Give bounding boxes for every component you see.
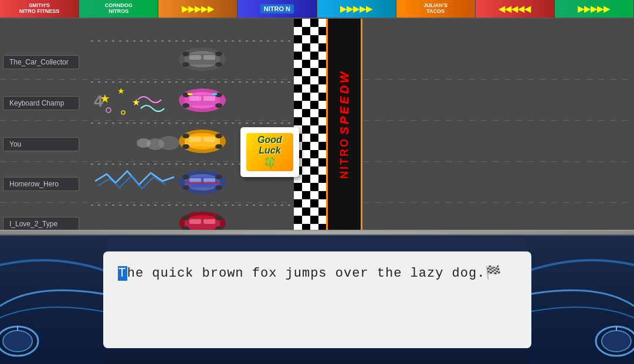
player-labels: The_Car_Collector Keyboard Champ You Hom… bbox=[0, 19, 91, 230]
svg-point-14 bbox=[121, 111, 125, 114]
cursor-char: T bbox=[118, 266, 127, 281]
side-deco-right bbox=[528, 236, 634, 364]
svg-point-61 bbox=[602, 331, 631, 352]
banner-seg1: SMITH'SNITRO FITNESS bbox=[0, 0, 79, 18]
svg-point-45 bbox=[182, 185, 189, 190]
speedway-sign: SPEEDW NITRO bbox=[326, 19, 362, 230]
player-label-2: Keyboard Champ bbox=[3, 96, 79, 110]
svg-point-46 bbox=[215, 185, 222, 190]
top-banner: SMITH'SNITRO FITNESS CORNDOGNITROS ▶▶▶▶▶… bbox=[0, 0, 634, 19]
track-dots-1 bbox=[91, 40, 326, 42]
svg-point-54 bbox=[215, 216, 222, 220]
banner-seg5: ▶▶▶▶▶ bbox=[317, 0, 396, 18]
banner-seg6: JULIAN'STACOS bbox=[396, 0, 476, 18]
banner-seg7: ◀◀◀◀◀ bbox=[476, 0, 555, 18]
svg-rect-3 bbox=[189, 55, 201, 60]
svg-point-37 bbox=[215, 144, 222, 149]
good-luck-popup: Good Luck 🍀 bbox=[240, 127, 299, 177]
player-label-4: Homerow_Hero bbox=[3, 177, 79, 191]
banner-seg4: NITRO N bbox=[238, 0, 317, 18]
finish-flag: 🏁 bbox=[485, 266, 501, 281]
typing-section: The quick brown fox jumps over the lazy … bbox=[0, 236, 634, 364]
svg-point-35 bbox=[215, 134, 222, 138]
lightning-effect bbox=[95, 168, 177, 197]
svg-rect-32 bbox=[189, 137, 201, 142]
banner-seg3: ▶▶▶▶▶ bbox=[158, 0, 238, 18]
player-label-5: I_Love_2_Type bbox=[3, 217, 79, 230]
smoke-effect bbox=[135, 131, 182, 157]
good-luck-image: Good Luck 🍀 bbox=[246, 133, 293, 171]
svg-rect-33 bbox=[204, 137, 215, 142]
car-2 bbox=[173, 84, 232, 117]
player-label-3: You bbox=[3, 137, 79, 151]
svg-point-8 bbox=[215, 62, 222, 67]
banner-seg8: ▶▶▶▶▶ bbox=[555, 0, 634, 18]
track-dots-5 bbox=[91, 204, 326, 206]
svg-point-7 bbox=[182, 62, 189, 67]
svg-point-44 bbox=[215, 175, 222, 179]
sparkle-effect: ★ ★ ★ bbox=[91, 82, 173, 123]
svg-rect-19 bbox=[204, 96, 215, 101]
checkered-flag bbox=[294, 19, 326, 230]
nitro-text: NITRO bbox=[338, 137, 351, 179]
racing-area: The_Car_Collector Keyboard Champ You Hom… bbox=[0, 19, 634, 230]
svg-point-6 bbox=[215, 52, 222, 56]
svg-point-5 bbox=[182, 52, 189, 56]
svg-point-28 bbox=[158, 136, 179, 150]
svg-point-58 bbox=[3, 331, 32, 352]
number-4: 4 bbox=[94, 92, 103, 111]
svg-point-23 bbox=[215, 103, 222, 108]
svg-rect-18 bbox=[189, 96, 201, 101]
svg-point-36 bbox=[182, 144, 189, 149]
car-3 bbox=[173, 125, 232, 158]
track: The_Car_Collector Keyboard Champ You Hom… bbox=[0, 19, 634, 230]
typing-text: The quick brown fox jumps over the lazy … bbox=[118, 263, 517, 284]
svg-rect-4 bbox=[204, 55, 215, 60]
svg-point-13 bbox=[106, 108, 111, 113]
svg-point-34 bbox=[182, 134, 189, 138]
car-5 bbox=[173, 207, 232, 230]
typing-content: he quick brown fox jumps over the lazy d… bbox=[127, 266, 486, 281]
side-deco-left bbox=[0, 236, 106, 364]
typing-box[interactable]: The quick brown fox jumps over the lazy … bbox=[103, 251, 531, 348]
svg-rect-24 bbox=[188, 93, 192, 95]
good-luck-line2: Luck bbox=[259, 145, 280, 155]
svg-point-43 bbox=[182, 175, 189, 179]
car-1 bbox=[173, 43, 232, 76]
separator bbox=[0, 230, 634, 236]
svg-rect-51 bbox=[189, 219, 201, 224]
svg-text:★: ★ bbox=[117, 86, 125, 96]
speedway-text: SPEEDW bbox=[338, 70, 351, 135]
good-luck-line1: Good bbox=[257, 135, 282, 145]
svg-point-22 bbox=[182, 103, 189, 108]
svg-rect-47 bbox=[185, 182, 220, 183]
car-4 bbox=[173, 166, 232, 199]
banner-seg2: CORNDOGNITROS bbox=[79, 0, 158, 18]
player-label-1: The_Car_Collector bbox=[3, 55, 79, 69]
svg-rect-25 bbox=[212, 93, 217, 95]
svg-rect-52 bbox=[204, 219, 215, 224]
svg-point-53 bbox=[182, 216, 189, 220]
